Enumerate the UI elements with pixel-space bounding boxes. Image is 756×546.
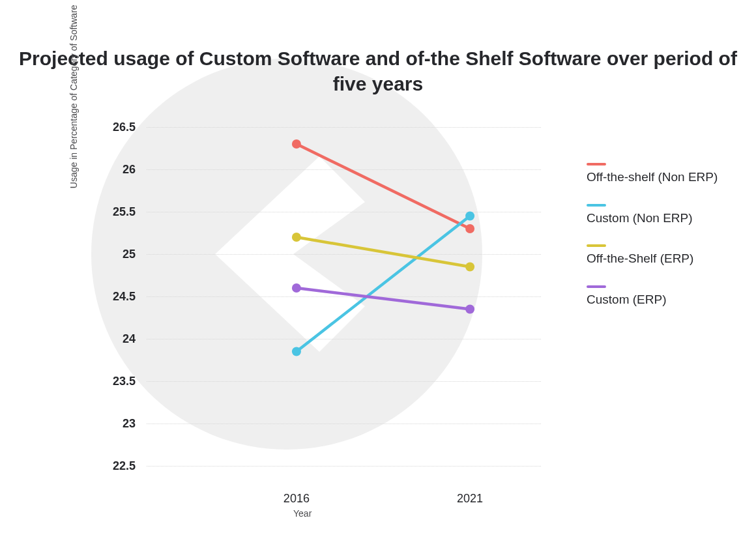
- x-axis-label: Year: [293, 508, 312, 519]
- series-line: [297, 144, 470, 229]
- legend-label: Custom (ERP): [587, 292, 736, 308]
- x-tick-label: 2021: [457, 492, 483, 506]
- legend-swatch: [587, 285, 606, 288]
- legend-item: Custom (ERP): [587, 285, 736, 308]
- y-tick-label: 25.5: [113, 205, 136, 219]
- legend-swatch: [587, 163, 606, 165]
- plot-area: 22.52323.52424.52525.52626.5 20162021: [91, 127, 541, 466]
- legend-swatch: [587, 204, 606, 207]
- x-tick-label: 2016: [284, 492, 310, 506]
- y-tick-label: 24: [123, 332, 136, 346]
- series-point: [465, 224, 474, 233]
- y-tick-label: 25: [123, 248, 136, 261]
- legend-label: Off-the-shelf (Non ERP): [587, 169, 736, 186]
- y-axis-label: Usage in Percentage of Category of Softw…: [68, 5, 79, 188]
- legend-label: Off-the-Shelf (ERP): [587, 251, 736, 267]
- y-ticks: 22.52323.52424.52525.52626.5: [91, 127, 143, 466]
- series-line: [297, 237, 470, 267]
- series-point: [465, 305, 474, 314]
- legend: Off-the-shelf (Non ERP)Custom (Non ERP)O…: [587, 163, 736, 326]
- y-tick-label: 23.5: [113, 375, 136, 388]
- series-line: [297, 288, 470, 309]
- chart-wrap: { "title": "Projected usage of Custom So…: [0, 0, 756, 546]
- series-point: [465, 263, 474, 272]
- y-tick-label: 23: [123, 417, 136, 431]
- series-point: [292, 233, 301, 242]
- y-tick-label: 26: [123, 163, 136, 177]
- series-point: [292, 347, 301, 356]
- chart-title: Projected usage of Custom Software and o…: [0, 46, 756, 96]
- series-point: [465, 212, 474, 221]
- y-tick-label: 24.5: [113, 290, 136, 304]
- y-tick-label: 22.5: [113, 459, 136, 473]
- series-line: [297, 216, 470, 352]
- series-point: [292, 139, 301, 149]
- legend-swatch: [587, 244, 606, 247]
- legend-item: Custom (Non ERP): [587, 204, 736, 227]
- grid-line: [147, 466, 541, 467]
- legend-item: Off-the-Shelf (ERP): [587, 244, 736, 267]
- y-tick-label: 26.5: [113, 121, 136, 134]
- series-lines: [147, 127, 541, 466]
- series-point: [292, 283, 301, 293]
- series-svg: [147, 127, 541, 466]
- legend-item: Off-the-shelf (Non ERP): [587, 163, 736, 186]
- legend-label: Custom (Non ERP): [587, 210, 736, 227]
